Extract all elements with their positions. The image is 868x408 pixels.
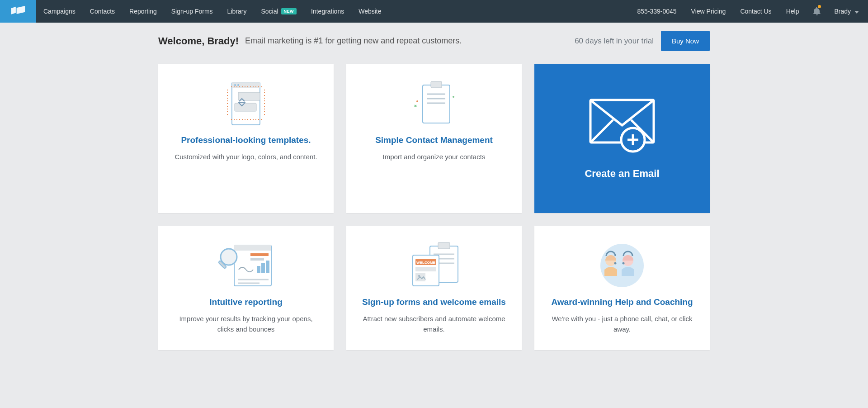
card-title: Create an Email <box>585 168 659 180</box>
svg-rect-20 <box>250 258 264 261</box>
card-title: Professional-looking templates. <box>168 135 324 145</box>
svg-point-39 <box>600 244 644 287</box>
card-title: Intuitive reporting <box>168 297 324 307</box>
notifications-button[interactable] <box>806 7 828 15</box>
card-reporting[interactable]: Intuitive reporting Improve your results… <box>158 226 334 350</box>
nav-label: Library <box>227 8 247 15</box>
page-content: Welcome, Brady! Email marketing is #1 fo… <box>158 23 710 368</box>
nav-label: Contact Us <box>740 8 771 15</box>
svg-point-43 <box>623 262 625 265</box>
nav-campaigns[interactable]: Campaigns <box>36 0 83 23</box>
svg-rect-21 <box>257 266 260 273</box>
nav-label: Social <box>261 8 278 15</box>
svg-point-41 <box>614 262 617 265</box>
nav-label: Website <box>359 8 381 15</box>
card-grid: Professional-looking templates. Customiz… <box>158 64 710 350</box>
bell-icon <box>813 7 821 15</box>
welcome-subtitle: Email marketing is #1 for getting new an… <box>245 36 462 46</box>
card-title: Sign-up forms and welcome emails <box>356 297 512 307</box>
nav-library[interactable]: Library <box>220 0 254 23</box>
nav-contact-us[interactable]: Contact Us <box>733 0 778 23</box>
nav-contacts[interactable]: Contacts <box>83 0 122 23</box>
card-desc: Customized with your logo, colors, and c… <box>174 152 318 162</box>
svg-rect-5 <box>235 103 256 111</box>
svg-point-11 <box>416 100 418 102</box>
nav-label: Campaigns <box>43 8 75 15</box>
nav-right: 855-339-0045 View Pricing Contact Us Hel… <box>630 0 868 23</box>
nav-label: Sign-up Forms <box>171 8 213 15</box>
support-agents-icon <box>544 238 700 293</box>
card-signup-forms[interactable]: WELCOME Sign-up forms and welcome emails… <box>346 226 522 350</box>
card-create-email[interactable]: Create an Email <box>534 64 710 213</box>
flag-logo-icon <box>10 6 26 17</box>
nav-social[interactable]: Social NEW <box>254 0 304 23</box>
svg-point-38 <box>418 275 420 277</box>
svg-point-3 <box>237 84 239 86</box>
envelope-plus-icon <box>586 95 658 155</box>
svg-rect-19 <box>250 253 269 256</box>
card-desc: Attract new subscribers and automate wel… <box>362 313 506 335</box>
logo[interactable] <box>0 0 36 23</box>
trial-wrap: 60 days left in your trial Buy Now <box>575 31 710 51</box>
svg-rect-18 <box>234 245 271 251</box>
nav-website[interactable]: Website <box>351 0 388 23</box>
nav-label: View Pricing <box>691 8 726 15</box>
svg-point-2 <box>234 84 236 86</box>
nav-integrations[interactable]: Integrations <box>304 0 351 23</box>
trial-days-text: 60 days left in your trial <box>575 37 654 46</box>
welcome-form-icon: WELCOME <box>356 238 512 293</box>
card-title: Simple Contact Management <box>356 135 512 145</box>
buy-now-button[interactable]: Buy Now <box>661 31 710 51</box>
card-help-coaching[interactable]: Award-winning Help and Coaching We're wi… <box>534 226 710 350</box>
template-builder-icon <box>168 76 324 131</box>
svg-point-12 <box>453 96 454 98</box>
reporting-chart-icon <box>168 238 324 293</box>
svg-rect-7 <box>431 81 442 88</box>
card-contact-management[interactable]: Simple Contact Management Import and org… <box>346 64 522 213</box>
nav-left: Campaigns Contacts Reporting Sign-up For… <box>36 0 630 23</box>
nav-help[interactable]: Help <box>779 0 807 23</box>
card-desc: Improve your results by tracking your op… <box>174 313 318 335</box>
nav-label: Help <box>786 8 799 15</box>
card-templates[interactable]: Professional-looking templates. Customiz… <box>158 64 334 213</box>
user-name: Brady <box>834 8 851 15</box>
nav-label: Contacts <box>90 8 115 15</box>
card-title: Award-winning Help and Coaching <box>544 297 700 307</box>
user-menu[interactable]: Brady <box>828 8 868 15</box>
svg-text:WELCOME: WELCOME <box>416 261 435 265</box>
card-desc: Import and organize your contacts <box>362 152 506 162</box>
svg-rect-6 <box>423 85 450 123</box>
welcome-title: Welcome, Brady! <box>158 35 239 47</box>
nav-phone[interactable]: 855-339-0045 <box>630 0 684 23</box>
nav-signup-forms[interactable]: Sign-up Forms <box>164 0 220 23</box>
nav-label: Reporting <box>129 8 157 15</box>
nav-pricing[interactable]: View Pricing <box>684 0 733 23</box>
new-badge: NEW <box>281 8 297 14</box>
nav-label: Integrations <box>311 8 344 15</box>
nav-reporting[interactable]: Reporting <box>122 0 164 23</box>
card-desc: We're with you - just a phone call, chat… <box>550 313 694 335</box>
top-nav: Campaigns Contacts Reporting Sign-up For… <box>0 0 868 23</box>
nav-label: 855-339-0045 <box>637 8 676 15</box>
svg-rect-36 <box>415 267 436 271</box>
welcome-row: Welcome, Brady! Email marketing is #1 fo… <box>158 31 710 51</box>
svg-rect-29 <box>438 242 450 249</box>
chevron-down-icon <box>854 8 859 15</box>
svg-point-26 <box>221 249 237 265</box>
svg-rect-23 <box>266 261 269 273</box>
svg-rect-22 <box>261 263 265 273</box>
clipboard-icon <box>356 76 512 131</box>
